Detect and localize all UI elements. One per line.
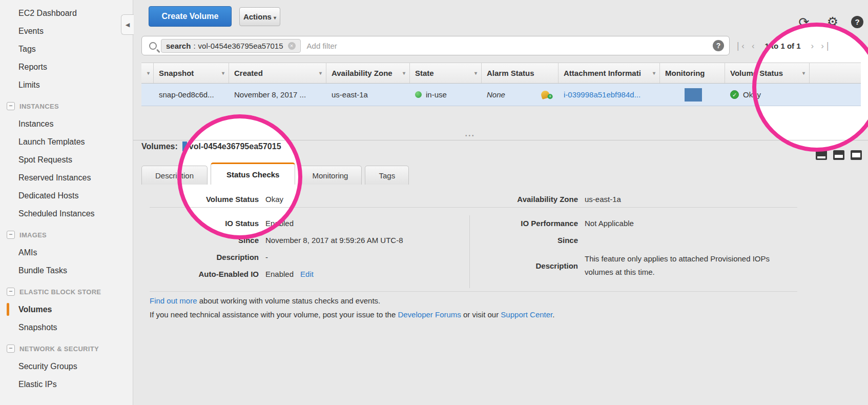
pane-layout-controls — [816, 150, 862, 160]
filter-value: vol-0454e36795ea57015 — [198, 42, 283, 50]
refresh-icon[interactable]: ⟳ — [797, 15, 811, 29]
create-alarm-bell-icon[interactable] — [540, 90, 550, 99]
pane-splitter-handle[interactable]: ••• — [133, 132, 868, 140]
field-value: Enabled — [265, 219, 294, 228]
pagination-prev-button[interactable]: ‹ — [752, 42, 755, 50]
gear-icon[interactable]: ⚙ — [826, 15, 839, 28]
collapse-minus-icon: − — [7, 231, 15, 239]
column-header-volume-status[interactable]: Volume Status▾ — [725, 63, 810, 83]
sidebar-item-snapshots[interactable]: Snapshots — [0, 318, 133, 336]
chevron-down-icon: ▾ — [147, 70, 150, 76]
column-header-snapshot[interactable]: Snapshot▾ — [154, 63, 229, 83]
splitter-grip-icon: ••• — [465, 133, 476, 138]
field-io-status: IO Status Enabled — [141, 215, 469, 232]
column-header-availability-zone[interactable]: Availability Zone▾ — [326, 63, 410, 83]
sidebar-item-dedicated-hosts[interactable]: Dedicated Hosts — [0, 187, 133, 205]
column-label: State — [415, 69, 434, 77]
field-auto-enabled-io: Auto-Enabled IO Enabled Edit — [141, 266, 469, 282]
sidebar-item-launch-templates[interactable]: Launch Templates — [0, 133, 133, 151]
sidebar-item-limits[interactable]: Limits — [0, 76, 133, 94]
column-label: Snapshot — [159, 69, 194, 77]
divider — [150, 207, 797, 208]
actions-button[interactable]: Actions ▾ — [239, 7, 280, 26]
create-volume-button[interactable]: Create Volume — [149, 6, 232, 27]
created-cell: November 8, 2017 ... — [229, 84, 326, 106]
sidebar-item-instances[interactable]: Instances — [0, 115, 133, 133]
search-help-icon[interactable]: ? — [713, 40, 724, 51]
snapshot-cell: snap-0ed8c6d... — [154, 84, 229, 106]
edit-link[interactable]: Edit — [300, 270, 314, 278]
footer-text: about working with volume status checks … — [197, 296, 381, 305]
footer-text: . — [552, 310, 554, 319]
tab-description[interactable]: Description — [141, 166, 208, 185]
tab-tags[interactable]: Tags — [365, 166, 409, 185]
volumes-table: ▾ Snapshot▾ Created▾ Availability Zone▾ … — [141, 63, 861, 106]
alarm-status-value: None — [487, 90, 505, 99]
row-select-cell[interactable] — [141, 84, 154, 106]
field-since-right: Since — [469, 232, 828, 249]
sort-icon: ▾ — [222, 70, 224, 76]
collapse-minus-icon: − — [7, 102, 15, 110]
divider — [150, 291, 797, 292]
sidebar-section-elastic-block-store[interactable]: − ELASTIC BLOCK STORE — [0, 283, 133, 300]
sidebar-item-events[interactable]: Events — [0, 22, 133, 40]
sidebar-section-instances[interactable]: − INSTANCES — [0, 97, 133, 115]
layout-bottom-pane-icon[interactable] — [816, 150, 827, 160]
sidebar-item-label: Volumes — [18, 305, 52, 314]
tab-monitoring[interactable]: Monitoring — [298, 166, 362, 185]
close-icon[interactable]: × — [288, 42, 296, 50]
detail-pane-title: Volumes: vol-0454e36795ea57015 — [141, 141, 281, 151]
status-check-icon: ✓ — [730, 90, 739, 99]
sidebar-nav: EC2 Dashboard Events Tags Reports Limits… — [0, 0, 133, 405]
field-description-right: Description This feature only applies to… — [469, 249, 828, 282]
column-header-alarm-status[interactable]: Alarm Status — [482, 63, 559, 83]
column-header-select[interactable]: ▾ — [141, 63, 154, 83]
alarm-status-cell: None — [482, 84, 559, 106]
search-filter-chip[interactable]: search : vol-0454e36795ea57015 × — [161, 39, 301, 53]
find-out-more-link[interactable]: Find out more — [150, 296, 197, 305]
table-header-row: ▾ Snapshot▾ Created▾ Availability Zone▾ … — [141, 63, 861, 84]
layout-full-pane-icon[interactable] — [851, 150, 862, 160]
footer-text: If you need technical assistance with yo… — [150, 310, 398, 319]
sidebar-item-reports[interactable]: Reports — [0, 58, 133, 76]
field-label: Since — [141, 236, 259, 245]
footer-text: or visit our — [461, 310, 501, 319]
support-center-link[interactable]: Support Center — [501, 310, 552, 319]
sidebar-item-reserved-instances[interactable]: Reserved Instances — [0, 169, 133, 187]
field-value: Okay — [265, 195, 283, 204]
column-header-monitoring[interactable]: Monitoring — [660, 63, 725, 83]
pagination-first-button[interactable]: ❘‹ — [734, 42, 745, 50]
field-label: Since — [469, 236, 578, 245]
help-icon[interactable]: ? — [851, 16, 863, 28]
column-label: Alarm Status — [487, 69, 534, 77]
pagination-next-button[interactable]: › — [811, 42, 814, 50]
add-filter-placeholder[interactable]: Add filter — [307, 42, 713, 50]
sidebar-item-amis[interactable]: AMIs — [0, 244, 133, 261]
sidebar-item-spot-requests[interactable]: Spot Requests — [0, 151, 133, 169]
field-value: Enabled — [265, 270, 294, 278]
sidebar-item-scheduled-instances[interactable]: Scheduled Instances — [0, 205, 133, 222]
attachment-instance-link[interactable]: i-039998a51ebf984d... — [564, 90, 640, 99]
column-header-attachment-information[interactable]: Attachment Informati▾ — [559, 63, 660, 83]
sidebar-item-elastic-ips[interactable]: Elastic IPs — [0, 375, 133, 393]
search-filter-bar[interactable]: search : vol-0454e36795ea57015 × Add fil… — [141, 36, 730, 55]
sidebar-item-ec2-dashboard[interactable]: EC2 Dashboard — [0, 4, 133, 22]
pagination: ❘‹ ‹ 1 to 1 of 1 › ›❘ — [734, 36, 857, 55]
sidebar-item-security-groups[interactable]: Security Groups — [0, 357, 133, 375]
sidebar-item-tags[interactable]: Tags — [0, 40, 133, 58]
layout-split-pane-icon[interactable] — [833, 150, 844, 160]
search-icon — [149, 42, 157, 50]
pagination-last-button[interactable]: ›❘ — [821, 42, 831, 50]
sidebar-item-volumes[interactable]: Volumes — [0, 300, 133, 318]
sidebar-section-network-security[interactable]: − NETWORK & SECURITY — [0, 340, 133, 357]
tab-status-checks[interactable]: Status Checks — [211, 163, 295, 185]
sidebar-item-bundle-tasks[interactable]: Bundle Tasks — [0, 261, 133, 279]
monitoring-sparkline-icon[interactable] — [685, 88, 702, 102]
active-item-indicator — [7, 303, 9, 316]
column-header-state[interactable]: State▾ — [410, 63, 482, 83]
column-header-created[interactable]: Created▾ — [229, 63, 326, 83]
volume-row-selected[interactable]: snap-0ed8c6d... November 8, 2017 ... us-… — [141, 84, 861, 106]
sidebar-section-images[interactable]: − IMAGES — [0, 226, 133, 244]
sidebar-collapse-button[interactable]: ◀ — [121, 14, 134, 35]
developer-forums-link[interactable]: Developer Forums — [398, 310, 461, 319]
